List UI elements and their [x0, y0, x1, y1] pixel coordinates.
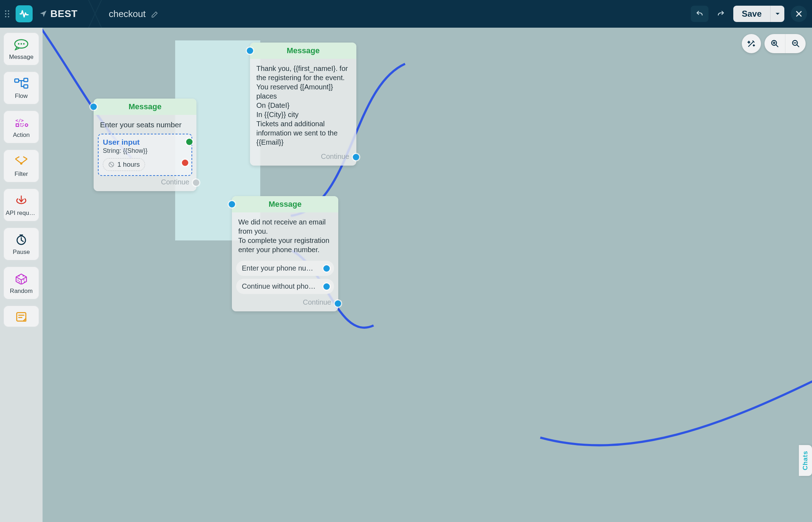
chats-side-tab[interactable]: Chats [799, 445, 812, 476]
palette-label: Filter [15, 171, 28, 178]
close-button[interactable] [791, 6, 807, 22]
node-body-text: Thank you, {{first_nameI}. for the regis… [250, 59, 356, 150]
forbid-icon [108, 161, 115, 168]
svg-point-16 [19, 281, 20, 282]
block-palette: Message Flow </> Action Filter API reque… [0, 28, 43, 522]
save-dropdown-caret[interactable] [770, 6, 784, 22]
palette-label: API reque… [6, 210, 37, 217]
save-group: Save [733, 6, 784, 22]
node-continue-label: Continue [321, 152, 349, 160]
user-input-sub: String: {{Show}} [103, 147, 187, 155]
workspace-label: BEST [50, 8, 78, 20]
api-icon [13, 194, 29, 207]
option-port[interactable] [323, 283, 330, 290]
svg-point-13 [18, 275, 20, 276]
note-icon [13, 310, 29, 323]
topbar-right: Save [691, 6, 807, 22]
node-continue-label: Continue [161, 178, 189, 186]
node-in-port[interactable] [90, 104, 97, 110]
node-message-thanks[interactable]: Message Thank you, {{first_nameI}. for t… [250, 43, 356, 166]
svg-rect-9 [21, 124, 23, 126]
svg-point-3 [23, 43, 24, 44]
top-bar: BEST checkout Save [0, 0, 812, 28]
palette-label: Action [13, 132, 29, 139]
palette-note[interactable] [4, 306, 39, 327]
send-icon [39, 10, 48, 18]
svg-rect-6 [24, 85, 28, 88]
flow-canvas[interactable]: Chats Message Enter your seats number Us… [43, 28, 812, 522]
timeout-chip[interactable]: 1 hours [103, 158, 145, 171]
flow-icon [13, 77, 29, 90]
palette-label: Pause [13, 249, 30, 256]
magic-stick-button[interactable] [742, 34, 761, 53]
filter-icon [13, 155, 29, 168]
pause-icon [13, 233, 29, 246]
palette-label: Message [9, 54, 34, 61]
node-body-text: We did not receive an email from you. To… [232, 212, 338, 258]
breadcrumb-divider [88, 0, 102, 28]
save-button[interactable]: Save [733, 6, 770, 22]
message-icon [13, 38, 29, 51]
option-label: Enter your phone nu… [242, 264, 313, 272]
svg-point-10 [25, 124, 28, 126]
zoom-controls [742, 34, 806, 53]
node-continue-port[interactable] [335, 300, 341, 307]
palette-message[interactable]: Message [4, 33, 39, 65]
svg-text:</>: </> [16, 117, 24, 123]
palette-api[interactable]: API reque… [4, 189, 39, 221]
palette-label: Flow [15, 93, 28, 100]
svg-point-18 [24, 281, 25, 282]
node-message-no-email[interactable]: Message We did not receive an email from… [232, 196, 338, 311]
svg-rect-4 [15, 79, 19, 82]
option-skip-phone[interactable]: Continue without pho… [236, 279, 334, 294]
timeout-chip-label: 1 hours [117, 161, 140, 168]
zoom-out-button[interactable] [785, 34, 806, 53]
user-input-title: User input [103, 138, 187, 146]
palette-random[interactable]: Random [4, 267, 39, 299]
svg-point-2 [21, 43, 22, 44]
node-title: Message [250, 43, 356, 59]
svg-point-11 [20, 162, 22, 164]
palette-pause[interactable]: Pause [4, 228, 39, 260]
userinput-success-port[interactable] [186, 139, 193, 145]
workspace-name[interactable]: BEST [39, 8, 88, 20]
node-title: Message [232, 196, 338, 212]
svg-point-15 [17, 279, 18, 281]
undo-button[interactable] [691, 6, 708, 22]
brand-logo[interactable] [16, 5, 33, 22]
palette-action[interactable]: </> Action [4, 111, 39, 143]
userinput-timeout-port[interactable] [182, 160, 188, 166]
node-in-port[interactable] [229, 201, 235, 207]
node-title: Message [94, 99, 196, 115]
flow-name-label: checkout [109, 9, 146, 20]
node-continue-label: Continue [303, 298, 331, 306]
svg-rect-5 [24, 78, 28, 81]
random-icon [13, 272, 29, 285]
edit-pencil-icon[interactable] [151, 10, 158, 18]
drag-handle-icon[interactable] [5, 10, 11, 17]
flow-name[interactable]: checkout [109, 9, 158, 20]
node-prompt-text: Enter your seats number [100, 120, 190, 129]
svg-point-14 [23, 275, 24, 276]
svg-rect-8 [16, 124, 18, 126]
palette-label: Random [10, 288, 33, 295]
palette-flow[interactable]: Flow [4, 72, 39, 104]
option-label: Continue without pho… [242, 282, 316, 290]
redo-button[interactable] [712, 6, 730, 22]
palette-filter[interactable]: Filter [4, 150, 39, 182]
node-continue-port[interactable] [353, 154, 359, 160]
user-input-block[interactable]: User input String: {{Show}} 1 hours [98, 134, 192, 176]
node-message-seats[interactable]: Message Enter your seats number User inp… [94, 99, 196, 191]
svg-point-1 [18, 43, 20, 44]
node-in-port[interactable] [247, 48, 253, 54]
svg-point-17 [23, 279, 24, 280]
option-enter-phone[interactable]: Enter your phone nu… [236, 261, 334, 276]
action-icon: </> [13, 116, 29, 129]
option-port[interactable] [323, 265, 330, 272]
zoom-in-button[interactable] [764, 34, 785, 53]
